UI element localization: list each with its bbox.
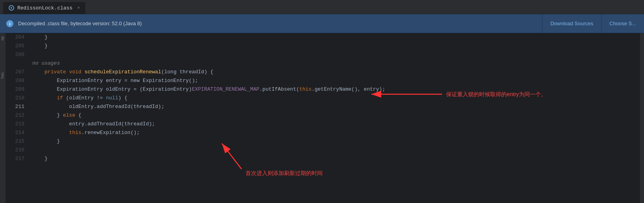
line-number: 215: [6, 137, 29, 146]
info-icon: i: [6, 20, 13, 27]
decompiled-notice: Decompiled .class file, bytecode version…: [18, 20, 142, 26]
code-token: {: [75, 111, 81, 120]
code-line: }: [29, 33, 640, 42]
code-token: [32, 129, 69, 137]
sidebar-label-hai: hai: [1, 72, 5, 78]
code-line: if (oldEntry != null) {: [29, 94, 640, 102]
vertical-scrollbar[interactable]: [640, 33, 644, 203]
line-number: 205: [6, 42, 29, 50]
code-token: .getEntryName(), entry);: [312, 85, 385, 94]
code-token: [32, 68, 44, 76]
code-line: [29, 146, 640, 155]
code-line: ExpirationEntry entry = new ExpirationEn…: [29, 76, 640, 85]
code-line: ExpirationEntry oldEntry = (ExpirationEn…: [29, 85, 640, 94]
code-token: (oldEntry !=: [63, 94, 106, 102]
code-line: oldEntry.addThreadId(threadId);: [29, 102, 640, 111]
code-token: ExpirationEntry entry = new ExpirationEn…: [32, 76, 198, 85]
code-token: }: [32, 33, 48, 42]
code-token: no usages: [32, 59, 60, 68]
line-number: 216: [6, 146, 29, 155]
code-line: }: [29, 137, 640, 146]
code-line: private void scheduleExpirationRenewal(l…: [29, 68, 640, 76]
line-number: 206: [6, 50, 29, 59]
class-file-icon: [9, 5, 14, 11]
code-token: [32, 94, 57, 102]
left-sidebar: np hai: [0, 33, 6, 203]
choose-sources-button[interactable]: Choose S...: [601, 14, 644, 33]
line-number: 213: [6, 120, 29, 129]
code-token: ) {: [118, 94, 127, 102]
code-token: this: [69, 129, 81, 137]
editor-area: np hai 204205206207208209210211212213214…: [0, 33, 644, 203]
line-number: 207: [6, 68, 29, 76]
code-token: }: [32, 111, 63, 120]
code-token: .renewExpiration();: [81, 129, 140, 137]
code-token: entry.addThreadId(threadId);: [32, 120, 155, 129]
code-token: (long threadId) {: [161, 68, 214, 76]
code-line: }: [29, 42, 640, 50]
code-token: }: [32, 137, 60, 146]
code-line: }: [29, 155, 640, 163]
code-token: scheduleExpirationRenewal: [85, 68, 161, 76]
annotation-text-2: 首次进入则添加刷新过期的时间: [245, 170, 323, 176]
banner-actions: Download Sources Choose S...: [542, 14, 644, 33]
code-token: if: [57, 94, 63, 102]
line-number: [6, 59, 29, 68]
line-number: 211: [6, 102, 29, 111]
line-number: 204: [6, 33, 29, 42]
info-banner: i Decompiled .class file, bytecode versi…: [0, 14, 644, 33]
code-token: .putIfAbsent(: [259, 85, 299, 94]
line-number: 212: [6, 111, 29, 120]
code-line: this.renewExpiration();: [29, 129, 640, 137]
code-token: private: [44, 68, 66, 76]
tab-bar: RedissonLock.class ×: [0, 0, 644, 14]
code-token: oldEntry.addThreadId(threadId);: [32, 102, 164, 111]
code-token: }: [32, 42, 48, 50]
code-token: else: [63, 111, 75, 120]
code-line: no usages: [29, 59, 640, 68]
line-gutter: 2042052062072082092102112122132142152162…: [6, 33, 29, 203]
code-token: ExpirationEntry oldEntry = (ExpirationEn…: [32, 85, 192, 94]
line-number: 208: [6, 76, 29, 85]
tab-close-button[interactable]: ×: [77, 6, 80, 10]
line-number: 210: [6, 94, 29, 102]
sidebar-label-np: np: [1, 36, 5, 41]
code-token: void: [66, 68, 85, 76]
code-line: [29, 50, 640, 59]
line-number: 217: [6, 155, 29, 163]
code-token: this: [299, 85, 312, 94]
tab-label: RedissonLock.class: [17, 5, 72, 11]
code-token: }: [32, 155, 48, 163]
code-line: } else {: [29, 111, 640, 120]
line-number: 209: [6, 85, 29, 94]
code-token: EXPIRATION_RENEWAL_MAP: [192, 85, 260, 94]
code-token: null: [106, 94, 118, 102]
file-tab[interactable]: RedissonLock.class ×: [3, 2, 85, 14]
download-sources-button[interactable]: Download Sources: [542, 14, 601, 33]
line-number: 214: [6, 129, 29, 137]
code-content: } }no usages private void scheduleExpira…: [29, 33, 640, 203]
code-line: entry.addThreadId(threadId);: [29, 120, 640, 129]
